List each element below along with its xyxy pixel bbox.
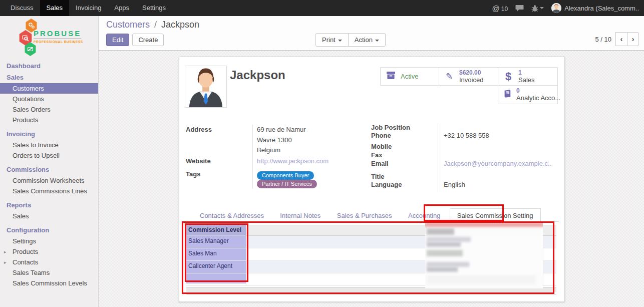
pager-value: 5 / 10 <box>595 36 611 43</box>
sidebar: PROBUSE PROFESSIONAL BUSINESS Dashboard … <box>0 16 99 307</box>
left-field-group: Address 69 rue de Namur Wavre 1300 Belgi… <box>186 125 359 190</box>
sidebar-header-commissions[interactable]: Commissions <box>0 164 98 175</box>
create-button[interactable]: Create <box>132 34 164 46</box>
redaction-blob <box>427 267 458 272</box>
user-name: Alexandra (Sales_comm.. <box>564 5 639 12</box>
stat-analytic-label: Analytic Acco... <box>516 94 560 102</box>
tab-sales-commission-setting[interactable]: Sales Commission Setting <box>450 208 541 223</box>
pager-next-button[interactable]: › <box>627 32 639 46</box>
tags-label: Tags <box>186 170 252 180</box>
redaction-pink-band <box>425 222 543 227</box>
phone-value: +32 10 588 558 <box>438 132 489 139</box>
sidebar-item-sales-orders[interactable]: Sales Orders <box>0 104 98 115</box>
stat-active-label: Active <box>401 73 418 80</box>
website-link[interactable]: http://www.jackpson.com <box>252 157 329 165</box>
language-label: Language <box>371 181 438 188</box>
dollar-icon: $ <box>503 70 514 83</box>
archive-icon <box>385 71 396 82</box>
menu-settings[interactable]: Settings <box>136 0 172 16</box>
sidebar-item-products[interactable]: Products <box>0 115 98 125</box>
sidebar-item-sales-teams[interactable]: Sales Teams <box>0 267 98 278</box>
breadcrumb-customers-link[interactable]: Customers <box>106 20 150 30</box>
sidebar-nav: Dashboard Sales Customers Quotations Sal… <box>0 60 98 288</box>
pencil-icon: ✎ <box>444 71 455 82</box>
right-field-group: Job Position Phone +32 10 588 558 Mobile… <box>371 124 558 194</box>
top-menu-bar: Discuss Sales Invoicing Apps Settings @ … <box>0 0 644 16</box>
debug-menu[interactable] <box>531 5 544 12</box>
customer-form-sheet: Jackpson Active ✎ $620.00 Invoiced $ <box>179 57 565 302</box>
stat-sales-label: Sales <box>518 76 535 84</box>
tab-sales-purchases[interactable]: Sales & Purchases <box>330 209 399 223</box>
commission-level-column-header[interactable]: Commission Level <box>186 225 246 235</box>
menu-apps[interactable]: Apps <box>108 0 136 16</box>
sidebar-header-reports[interactable]: Reports <box>0 199 98 211</box>
action-buttons: Print Action <box>315 33 386 47</box>
tab-contacts-addresses[interactable]: Contacts & Addresses <box>193 209 271 223</box>
sidebar-item-sales-commissions-lines[interactable]: Sales Commissions Lines <box>0 186 98 196</box>
book-icon <box>503 89 512 101</box>
stat-button-sales[interactable]: $ 1 Sales <box>498 67 558 86</box>
sidebar-item-config-products[interactable]: ▸Products <box>0 246 98 257</box>
menu-invoicing[interactable]: Invoicing <box>69 0 108 16</box>
redaction-blob <box>427 262 469 267</box>
stat-invoiced-label: Invoiced <box>459 76 483 84</box>
caret-right-icon: ▸ <box>4 259 7 266</box>
address-label: Address <box>186 126 252 133</box>
tag-partner-it-services: Partner / IT Services <box>257 180 317 188</box>
menu-sales[interactable]: Sales <box>40 0 70 16</box>
sidebar-item-sales-commission-levels[interactable]: Sales Commission Levels <box>0 278 98 288</box>
sidebar-header-invoicing[interactable]: Invoicing <box>0 128 98 140</box>
sidebar-item-sales-to-invoice[interactable]: Sales to Invoice <box>0 140 98 150</box>
pager-previous-button[interactable]: ‹ <box>615 32 627 46</box>
tab-internal-notes[interactable]: Internal Notes <box>273 209 328 223</box>
title-label: Title <box>371 173 438 180</box>
stat-button-analytic-accounts[interactable]: 0 Analytic Acco... <box>498 85 558 104</box>
print-button[interactable]: Print <box>315 33 349 47</box>
sidebar-item-reports-sales[interactable]: Sales <box>0 211 98 221</box>
stat-invoiced-value: $620.00 <box>459 70 483 76</box>
sidebar-item-orders-to-upsell[interactable]: Orders to Upsell <box>0 150 98 161</box>
breadcrumb-separator: / <box>154 20 157 30</box>
user-avatar <box>551 3 561 13</box>
sidebar-item-customers[interactable]: Customers <box>0 83 98 94</box>
action-button[interactable]: Action <box>348 33 386 47</box>
commission-level-cell: Sales Manager <box>186 236 246 248</box>
sidebar-header-dashboard[interactable]: Dashboard <box>0 60 98 72</box>
empty-cell-highlight <box>186 273 246 283</box>
messages-icon[interactable] <box>515 5 524 12</box>
main-content: Jackpson Active ✎ $620.00 Invoiced $ <box>99 51 644 307</box>
caret-down-icon <box>338 40 342 42</box>
app-window: Discuss Sales Invoicing Apps Settings @ … <box>0 0 644 307</box>
at-icon: @ <box>492 4 500 13</box>
caret-right-icon: ▸ <box>4 248 7 256</box>
address-line3: Belgium <box>252 146 280 154</box>
email-link[interactable]: Jackpson@yourcompany.example.c.. <box>438 160 551 167</box>
logo-underline <box>34 38 81 39</box>
sidebar-header-sales[interactable]: Sales <box>0 72 98 83</box>
sidebar-header-configuration[interactable]: Configuration <box>0 224 98 236</box>
stat-button-invoiced[interactable]: ✎ $620.00 Invoiced <box>439 67 498 86</box>
language-value: English <box>438 181 465 188</box>
probuse-logo: PROBUSE PROFESSIONAL BUSINESS <box>0 16 98 57</box>
menu-discuss[interactable]: Discuss <box>4 0 40 16</box>
mentions-counter[interactable]: @ 10 <box>492 4 508 13</box>
sidebar-item-settings[interactable]: Settings <box>0 236 98 246</box>
logo-tagline: PROFESSIONAL BUSINESS <box>34 40 83 44</box>
logo-title: PROBUSE <box>34 29 81 38</box>
phone-label: Phone <box>371 132 438 139</box>
commission-level-cell: Callcenter Agent <box>186 261 246 273</box>
stat-button-active[interactable]: Active <box>380 67 439 86</box>
topbar-right: @ 10 Alexandra (Sales_comm.. <box>492 3 644 13</box>
redaction-blob <box>427 242 461 247</box>
notebook-tabs: Contacts & Addresses Internal Notes Sale… <box>186 208 559 222</box>
redaction-blob <box>427 275 536 284</box>
commission-level-cell: Sales Man <box>186 248 246 260</box>
sidebar-item-config-contacts[interactable]: ▸Contacts <box>0 257 98 267</box>
control-panel: Customers / Jackpson Edit Create Print A… <box>99 16 644 51</box>
edit-button[interactable]: Edit <box>106 34 129 46</box>
sidebar-item-quotations[interactable]: Quotations <box>0 94 98 104</box>
user-menu[interactable]: Alexandra (Sales_comm.. <box>551 3 639 13</box>
breadcrumb: Customers / Jackpson <box>106 20 199 30</box>
sidebar-item-commission-worksheets[interactable]: Commission Worksheets <box>0 175 98 186</box>
tab-accounting[interactable]: Accounting <box>401 209 447 223</box>
